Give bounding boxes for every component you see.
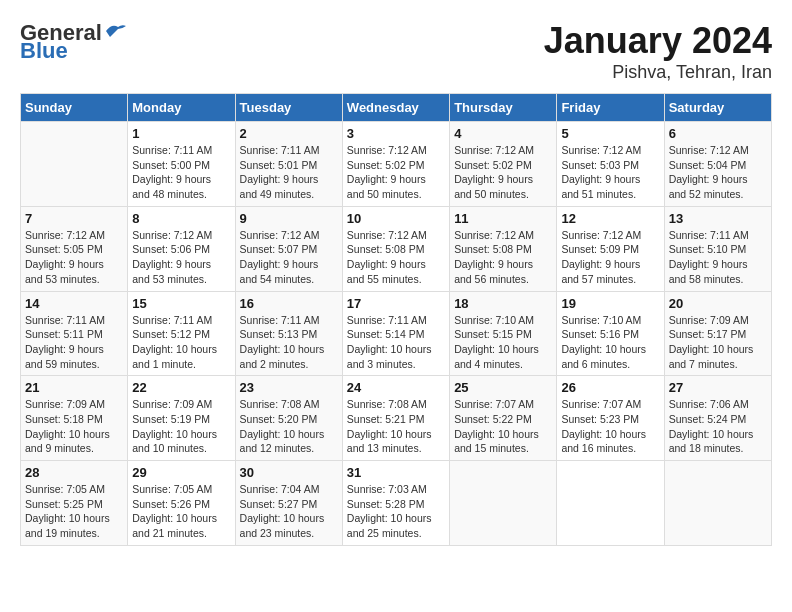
day-number: 15 — [132, 296, 230, 311]
day-number: 14 — [25, 296, 123, 311]
calendar-cell: 13Sunrise: 7:11 AMSunset: 5:10 PMDayligh… — [664, 206, 771, 291]
day-info: Sunrise: 7:09 AMSunset: 5:17 PMDaylight:… — [669, 313, 767, 372]
calendar-cell: 8Sunrise: 7:12 AMSunset: 5:06 PMDaylight… — [128, 206, 235, 291]
calendar-cell: 10Sunrise: 7:12 AMSunset: 5:08 PMDayligh… — [342, 206, 449, 291]
calendar-cell: 1Sunrise: 7:11 AMSunset: 5:00 PMDaylight… — [128, 122, 235, 207]
day-number: 4 — [454, 126, 552, 141]
day-number: 1 — [132, 126, 230, 141]
calendar-cell: 14Sunrise: 7:11 AMSunset: 5:11 PMDayligh… — [21, 291, 128, 376]
day-info: Sunrise: 7:12 AMSunset: 5:08 PMDaylight:… — [347, 228, 445, 287]
day-info: Sunrise: 7:11 AMSunset: 5:13 PMDaylight:… — [240, 313, 338, 372]
day-number: 25 — [454, 380, 552, 395]
calendar-header-wednesday: Wednesday — [342, 94, 449, 122]
calendar-week-row: 14Sunrise: 7:11 AMSunset: 5:11 PMDayligh… — [21, 291, 772, 376]
day-info: Sunrise: 7:12 AMSunset: 5:09 PMDaylight:… — [561, 228, 659, 287]
day-number: 7 — [25, 211, 123, 226]
day-number: 20 — [669, 296, 767, 311]
day-info: Sunrise: 7:12 AMSunset: 5:02 PMDaylight:… — [347, 143, 445, 202]
logo-bird-icon — [104, 23, 126, 39]
calendar-cell: 7Sunrise: 7:12 AMSunset: 5:05 PMDaylight… — [21, 206, 128, 291]
day-info: Sunrise: 7:12 AMSunset: 5:03 PMDaylight:… — [561, 143, 659, 202]
calendar-week-row: 21Sunrise: 7:09 AMSunset: 5:18 PMDayligh… — [21, 376, 772, 461]
day-number: 12 — [561, 211, 659, 226]
day-info: Sunrise: 7:12 AMSunset: 5:06 PMDaylight:… — [132, 228, 230, 287]
calendar-cell — [21, 122, 128, 207]
calendar-cell: 27Sunrise: 7:06 AMSunset: 5:24 PMDayligh… — [664, 376, 771, 461]
day-info: Sunrise: 7:09 AMSunset: 5:19 PMDaylight:… — [132, 397, 230, 456]
calendar-cell: 30Sunrise: 7:04 AMSunset: 5:27 PMDayligh… — [235, 461, 342, 546]
day-number: 18 — [454, 296, 552, 311]
day-info: Sunrise: 7:03 AMSunset: 5:28 PMDaylight:… — [347, 482, 445, 541]
calendar-cell: 23Sunrise: 7:08 AMSunset: 5:20 PMDayligh… — [235, 376, 342, 461]
day-number: 11 — [454, 211, 552, 226]
day-number: 6 — [669, 126, 767, 141]
logo: General Blue — [20, 20, 126, 64]
day-info: Sunrise: 7:12 AMSunset: 5:07 PMDaylight:… — [240, 228, 338, 287]
calendar-cell: 19Sunrise: 7:10 AMSunset: 5:16 PMDayligh… — [557, 291, 664, 376]
calendar-cell: 29Sunrise: 7:05 AMSunset: 5:26 PMDayligh… — [128, 461, 235, 546]
day-number: 10 — [347, 211, 445, 226]
day-info: Sunrise: 7:12 AMSunset: 5:04 PMDaylight:… — [669, 143, 767, 202]
day-number: 31 — [347, 465, 445, 480]
day-info: Sunrise: 7:06 AMSunset: 5:24 PMDaylight:… — [669, 397, 767, 456]
day-info: Sunrise: 7:12 AMSunset: 5:05 PMDaylight:… — [25, 228, 123, 287]
day-number: 19 — [561, 296, 659, 311]
page-header: General Blue January 2024 Pishva, Tehran… — [20, 20, 772, 83]
day-number: 5 — [561, 126, 659, 141]
calendar-cell: 17Sunrise: 7:11 AMSunset: 5:14 PMDayligh… — [342, 291, 449, 376]
title-block: January 2024 Pishva, Tehran, Iran — [544, 20, 772, 83]
day-number: 17 — [347, 296, 445, 311]
day-info: Sunrise: 7:11 AMSunset: 5:01 PMDaylight:… — [240, 143, 338, 202]
calendar-cell: 5Sunrise: 7:12 AMSunset: 5:03 PMDaylight… — [557, 122, 664, 207]
day-info: Sunrise: 7:08 AMSunset: 5:21 PMDaylight:… — [347, 397, 445, 456]
day-info: Sunrise: 7:10 AMSunset: 5:16 PMDaylight:… — [561, 313, 659, 372]
calendar-week-row: 28Sunrise: 7:05 AMSunset: 5:25 PMDayligh… — [21, 461, 772, 546]
day-number: 3 — [347, 126, 445, 141]
calendar-header-tuesday: Tuesday — [235, 94, 342, 122]
calendar-cell: 6Sunrise: 7:12 AMSunset: 5:04 PMDaylight… — [664, 122, 771, 207]
day-info: Sunrise: 7:12 AMSunset: 5:08 PMDaylight:… — [454, 228, 552, 287]
day-number: 30 — [240, 465, 338, 480]
calendar-cell — [450, 461, 557, 546]
day-number: 28 — [25, 465, 123, 480]
calendar-cell: 16Sunrise: 7:11 AMSunset: 5:13 PMDayligh… — [235, 291, 342, 376]
day-number: 23 — [240, 380, 338, 395]
day-info: Sunrise: 7:11 AMSunset: 5:14 PMDaylight:… — [347, 313, 445, 372]
calendar-cell: 9Sunrise: 7:12 AMSunset: 5:07 PMDaylight… — [235, 206, 342, 291]
calendar-week-row: 7Sunrise: 7:12 AMSunset: 5:05 PMDaylight… — [21, 206, 772, 291]
day-info: Sunrise: 7:05 AMSunset: 5:26 PMDaylight:… — [132, 482, 230, 541]
day-info: Sunrise: 7:11 AMSunset: 5:10 PMDaylight:… — [669, 228, 767, 287]
calendar-header-monday: Monday — [128, 94, 235, 122]
day-number: 8 — [132, 211, 230, 226]
day-info: Sunrise: 7:04 AMSunset: 5:27 PMDaylight:… — [240, 482, 338, 541]
calendar-cell: 24Sunrise: 7:08 AMSunset: 5:21 PMDayligh… — [342, 376, 449, 461]
calendar-cell: 31Sunrise: 7:03 AMSunset: 5:28 PMDayligh… — [342, 461, 449, 546]
calendar-cell: 2Sunrise: 7:11 AMSunset: 5:01 PMDaylight… — [235, 122, 342, 207]
day-number: 24 — [347, 380, 445, 395]
calendar-header-row: SundayMondayTuesdayWednesdayThursdayFrid… — [21, 94, 772, 122]
calendar-header-sunday: Sunday — [21, 94, 128, 122]
day-info: Sunrise: 7:07 AMSunset: 5:23 PMDaylight:… — [561, 397, 659, 456]
calendar-cell: 21Sunrise: 7:09 AMSunset: 5:18 PMDayligh… — [21, 376, 128, 461]
day-info: Sunrise: 7:11 AMSunset: 5:12 PMDaylight:… — [132, 313, 230, 372]
calendar-cell — [557, 461, 664, 546]
day-number: 16 — [240, 296, 338, 311]
page-title: January 2024 — [544, 20, 772, 62]
day-info: Sunrise: 7:11 AMSunset: 5:00 PMDaylight:… — [132, 143, 230, 202]
day-number: 21 — [25, 380, 123, 395]
calendar-cell — [664, 461, 771, 546]
calendar-header-thursday: Thursday — [450, 94, 557, 122]
day-info: Sunrise: 7:05 AMSunset: 5:25 PMDaylight:… — [25, 482, 123, 541]
day-number: 26 — [561, 380, 659, 395]
day-number: 27 — [669, 380, 767, 395]
calendar-cell: 12Sunrise: 7:12 AMSunset: 5:09 PMDayligh… — [557, 206, 664, 291]
day-number: 29 — [132, 465, 230, 480]
day-number: 22 — [132, 380, 230, 395]
calendar-cell: 4Sunrise: 7:12 AMSunset: 5:02 PMDaylight… — [450, 122, 557, 207]
day-info: Sunrise: 7:10 AMSunset: 5:15 PMDaylight:… — [454, 313, 552, 372]
calendar-header-saturday: Saturday — [664, 94, 771, 122]
day-info: Sunrise: 7:11 AMSunset: 5:11 PMDaylight:… — [25, 313, 123, 372]
calendar-cell: 15Sunrise: 7:11 AMSunset: 5:12 PMDayligh… — [128, 291, 235, 376]
page-subtitle: Pishva, Tehran, Iran — [544, 62, 772, 83]
calendar-cell: 26Sunrise: 7:07 AMSunset: 5:23 PMDayligh… — [557, 376, 664, 461]
